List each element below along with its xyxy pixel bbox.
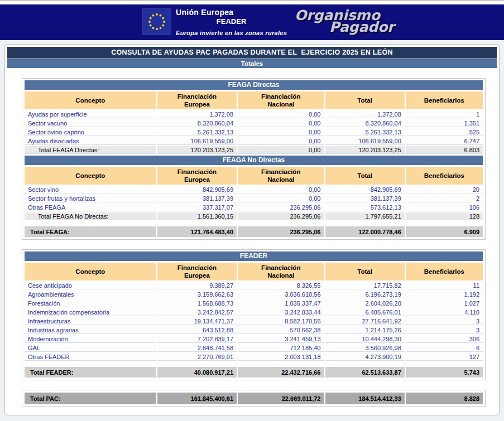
- organismo-pagador-logo: Organismo Pagador: [295, 9, 395, 33]
- column-header: Financiación Europea: [157, 167, 237, 185]
- data-table: ConceptoFinanciación EuropeaFinanciación…: [23, 166, 484, 221]
- column-header: Concepto: [25, 167, 156, 185]
- table-row: Sector frutas y hortalizas381.137,390,00…: [25, 195, 483, 202]
- cell-value: 4.273.900,19: [325, 353, 405, 361]
- table-row: Indemnización compensatoria3.242.842,573…: [25, 308, 483, 316]
- cell-value: 6.485.676,01: [325, 308, 405, 316]
- column-header: Financiación Europea: [157, 263, 237, 280]
- row-label: Ayudas disociadas: [25, 137, 156, 145]
- cell-value: 6.196.273,19: [325, 291, 405, 298]
- cell-value: 121.764.483,40: [157, 226, 237, 237]
- row-label: Total PAC:: [25, 393, 156, 404]
- cell-value: 122.000.778,46: [325, 226, 405, 237]
- cell-value: 236.295,06: [238, 204, 324, 211]
- cell-value: 3.036.610,56: [238, 291, 324, 298]
- column-header: Beneficiarios: [406, 91, 483, 109]
- column-header-row: ConceptoFinanciación EuropeaFinanciación…: [25, 91, 483, 109]
- cell-value: 1.372,08: [325, 110, 405, 118]
- cell-value: 643.512,88: [157, 326, 237, 334]
- row-label: Sector frutas y hortalizas: [25, 195, 156, 202]
- cell-value: 9.389,27: [157, 282, 237, 289]
- table-row: Ayudas disociadas106.619.559,000,00106.6…: [25, 137, 483, 145]
- header-banner: Unión Europea FEADER Europa invierte en …: [0, 4, 504, 40]
- cell-value: 0,00: [238, 195, 324, 202]
- grand-total-table: Total PAC:161.845.400,6122.669.011,72184…: [23, 391, 484, 405]
- row-label: Total FEAGA Directas:: [25, 146, 156, 154]
- column-header: Total: [325, 263, 405, 280]
- cell-value: 236.295,06: [238, 212, 324, 220]
- table-row: Industrias agrarias643.512,88570.662,381…: [25, 326, 483, 334]
- column-header: Financiación Nacional: [238, 263, 324, 280]
- cell-value: 17.715,82: [325, 282, 405, 289]
- cell-value: 6.747: [406, 137, 483, 145]
- cell-value: 570.662,38: [238, 326, 324, 334]
- row-label: Agroambientales: [25, 291, 156, 298]
- column-header: Financiación Nacional: [238, 167, 324, 185]
- cell-value: 3.241.459,13: [238, 335, 324, 343]
- grand-total-row: Total PAC:161.845.400,6122.669.011,72184…: [25, 393, 483, 404]
- cell-value: 11: [406, 282, 483, 289]
- cell-value: 6.803: [406, 146, 483, 154]
- cell-value: 0,00: [238, 186, 324, 193]
- eu-union-label: Unión Europea: [176, 8, 287, 17]
- data-table: ConceptoFinanciación EuropeaFinanciación…: [23, 262, 484, 362]
- cell-value: 3.242.842,57: [157, 308, 237, 316]
- cell-value: 1.214.175,26: [325, 326, 405, 334]
- cell-value: 1.192: [406, 291, 483, 298]
- table-row: Sector vacuno8.320.860,040,008.320.860,0…: [25, 119, 483, 127]
- feader-table-panel: FEADERConceptoFinanciación EuropeaFinanc…: [22, 249, 486, 380]
- cell-value: 842.905,69: [157, 186, 237, 193]
- table-row: Ayudas por superficie1.372,080,001.372,0…: [25, 110, 483, 118]
- cell-value: 184.514.412,33: [325, 393, 405, 404]
- tables-area: FEAGA DirectasConceptoFinanciación Europ…: [7, 69, 497, 407]
- cell-value: 5.743: [406, 367, 483, 378]
- cell-value: 3: [406, 317, 483, 325]
- row-label: Total FEAGA:: [25, 226, 156, 237]
- column-header: Beneficiarios: [406, 263, 483, 280]
- eu-tagline: Europa invierte en las zonas rurales: [176, 30, 287, 36]
- total-pac-panel: Total PAC:161.845.400,6122.669.011,72184…: [22, 390, 486, 407]
- table-row: Agroambientales3.159.662,633.036.610,566…: [25, 291, 483, 298]
- row-label: Sector vacuno: [25, 119, 156, 127]
- cell-value: 8.326,55: [238, 282, 324, 289]
- subtotal-row: Total FEAGA No Directas:1.561.360,15236.…: [25, 212, 483, 220]
- row-label: Ayudas por superficie: [25, 110, 156, 118]
- row-label: Otras FEAGA: [25, 204, 156, 211]
- cell-value: 3: [406, 326, 483, 334]
- cell-value: 8.828: [406, 393, 483, 404]
- table-row: Modernización7.202.839,173.241.459,1310.…: [25, 335, 483, 343]
- cell-value: 1.027: [406, 299, 483, 307]
- column-header: Financiación Europea: [157, 91, 237, 109]
- cell-value: 0,00: [238, 119, 324, 127]
- cell-value: 62.513.633,87: [325, 367, 405, 378]
- cell-value: 1.561.360,15: [157, 212, 237, 220]
- page-title: CONSULTA DE AYUDAS PAC PAGADAS DURANTE E…: [7, 47, 497, 59]
- column-header-row: ConceptoFinanciación EuropeaFinanciación…: [25, 263, 483, 280]
- grand-total-row: Total FEAGA:121.764.483,40236.295,06122.…: [25, 226, 483, 237]
- row-label: Sector ovino-caprino: [25, 128, 156, 136]
- cell-value: 22.432.716,66: [238, 367, 324, 378]
- table-row: GAL2.848.741,58712.185,403.560.926,986: [25, 344, 483, 352]
- cell-value: 1.797.655,21: [325, 212, 405, 220]
- section-header-feaga-directas: FEAGA Directas: [25, 80, 483, 90]
- cell-value: 0,00: [238, 137, 324, 145]
- grand-total-table: Total FEAGA:121.764.483,40236.295,06122.…: [23, 225, 484, 238]
- table-row: Cese anticipado9.389,278.326,5517.715,82…: [25, 282, 483, 289]
- cell-value: 120.203.123,25: [325, 146, 405, 154]
- cell-value: 5.261.332,13: [157, 128, 237, 136]
- table-row: Otras FEAGA337.317,07236.295,06573.612,1…: [25, 204, 483, 211]
- cell-value: 842.905,69: [325, 186, 405, 193]
- cell-value: 7.202.839,17: [157, 335, 237, 343]
- cell-value: 6.909: [406, 226, 483, 237]
- cell-value: 2.003.131,18: [238, 353, 324, 361]
- cell-value: 236.295,06: [238, 226, 324, 237]
- row-label: Total FEAGA No Directas:: [25, 212, 156, 220]
- cell-value: 2.270.769,01: [157, 353, 237, 361]
- row-label: Infraestructuras: [25, 317, 156, 325]
- cell-value: 337.317,07: [157, 204, 237, 211]
- table-row: Sector vino842.905,690,00842.905,6920: [25, 186, 483, 193]
- row-label: Cese anticipado: [25, 282, 156, 289]
- top-strip: [0, 0, 504, 4]
- eu-flag-stars: [143, 9, 171, 35]
- grand-total-row: Total FEADER:40.080.917,2122.432.716,666…: [25, 367, 483, 378]
